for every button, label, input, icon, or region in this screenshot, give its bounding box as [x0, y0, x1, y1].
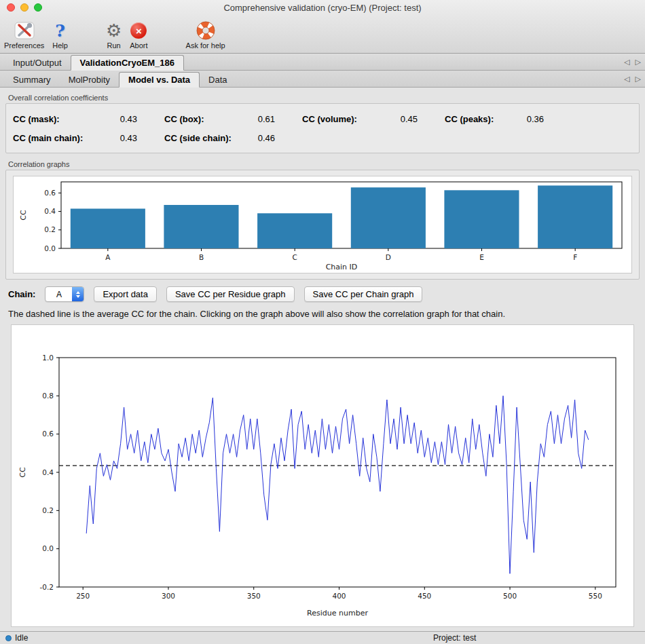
svg-text:300: 300: [162, 592, 175, 600]
cc-side-chain-value: 0.46: [242, 133, 275, 143]
cc-per-chain-chart[interactable]: 0.00.20.40.6ABCDEFChain IDCC: [14, 176, 630, 273]
tab-data[interactable]: Data: [200, 73, 236, 87]
tab-pager-right-icon[interactable]: ▷: [635, 58, 641, 67]
svg-text:CC: CC: [18, 467, 27, 478]
zoom-button[interactable]: [34, 3, 42, 12]
sub-tab-pager: ◁ ▷: [624, 71, 641, 87]
chain-select[interactable]: A: [45, 286, 84, 302]
svg-text:0.0: 0.0: [42, 544, 54, 552]
svg-text:F: F: [573, 253, 577, 261]
tab-validationcryoem-186[interactable]: ValidationCryoEM_186: [71, 55, 184, 71]
tab-input-output[interactable]: Input/Output: [4, 56, 71, 70]
svg-text:0.0: 0.0: [44, 244, 56, 252]
sub-tab-pager-right-icon[interactable]: ▷: [635, 75, 641, 83]
svg-text:0.2: 0.2: [42, 506, 54, 514]
lifering-icon: [196, 20, 215, 41]
preferences-button[interactable]: Preferences: [4, 20, 44, 50]
main-tab-bar: Input/Output ValidationCryoEM_186 ◁ ▷: [0, 54, 645, 71]
cc-peaks-label: CC (peaks):: [445, 114, 511, 124]
ask-for-help-label: Ask for help: [186, 41, 225, 50]
cc-main-chain-value: 0.43: [105, 133, 137, 143]
abort-x-icon: ×: [130, 20, 147, 41]
cc-row-2: CC (main chain): 0.43 CC (side chain): 0…: [13, 128, 632, 147]
project-label: Project: test: [433, 633, 476, 643]
svg-text:0.6: 0.6: [42, 430, 54, 438]
cc-per-residue-panel: -0.20.00.20.40.60.81.0250300350400450500…: [11, 324, 634, 627]
status-bar: Idle Project: test: [0, 631, 645, 644]
cc-row-1: CC (mask): 0.43 CC (box): 0.61 CC (volum…: [13, 109, 632, 128]
svg-text:550: 550: [589, 592, 602, 600]
tab-molprobity[interactable]: MolProbity: [60, 73, 119, 87]
chain-select-value: A: [45, 287, 72, 301]
model-vs-data-panel: Overall correlation coefficients CC (mas…: [0, 88, 645, 627]
correlation-graphs-box: 0.00.20.40.6ABCDEFChain IDCC: [5, 170, 640, 280]
save-cc-per-residue-button[interactable]: Save CC per Residue graph: [166, 286, 295, 302]
svg-text:D: D: [386, 253, 391, 261]
tab-summary[interactable]: Summary: [4, 73, 60, 87]
svg-text:500: 500: [503, 592, 517, 600]
cc-volume-value: 0.45: [385, 114, 418, 124]
svg-text:Residue number: Residue number: [307, 609, 368, 618]
toolbar: Preferences ? Help ⚙ Run × Abort: [0, 15, 645, 53]
svg-text:0.2: 0.2: [44, 225, 56, 233]
cc-box-label: CC (box):: [164, 114, 242, 124]
save-cc-per-chain-button[interactable]: Save CC per Chain graph: [304, 286, 423, 302]
cc-main-chain-label: CC (main chain):: [13, 133, 105, 143]
run-gear-icon: ⚙: [106, 20, 122, 41]
help-label: Help: [52, 41, 68, 50]
ask-for-help-button[interactable]: Ask for help: [186, 20, 225, 50]
sub-tab-pager-left-icon[interactable]: ◁: [624, 75, 629, 83]
abort-button[interactable]: × Abort: [130, 20, 147, 50]
svg-text:-0.2: -0.2: [40, 583, 54, 591]
status-text: Idle: [15, 633, 28, 643]
abort-label: Abort: [130, 41, 147, 50]
cc-mask-label: CC (mask):: [13, 114, 105, 124]
svg-text:E: E: [479, 253, 484, 261]
cc-per-residue-chart: -0.20.00.20.40.60.81.0250300350400450500…: [12, 325, 631, 624]
tab-model-vs-data[interactable]: Model vs. Data: [119, 72, 200, 88]
preferences-tools-icon: [14, 20, 35, 41]
preferences-label: Preferences: [4, 41, 44, 50]
help-question-icon: ?: [55, 20, 65, 41]
svg-text:350: 350: [247, 592, 261, 600]
chain-controls-row: Chain: A Export data Save CC per Residue…: [8, 286, 637, 302]
close-button[interactable]: [7, 3, 15, 12]
cc-side-chain-label: CC (side chain):: [164, 133, 242, 143]
svg-text:0.4: 0.4: [42, 468, 54, 476]
cc-box-value: 0.61: [242, 114, 275, 124]
cc-per-chain-panel: 0.00.20.40.6ABCDEFChain IDCC: [13, 176, 632, 273]
svg-text:CC: CC: [19, 210, 28, 221]
chain-label: Chain:: [8, 289, 35, 299]
overall-cc-section-label: Overall correlation coefficients: [8, 94, 645, 102]
svg-text:B: B: [199, 253, 204, 261]
svg-text:C: C: [292, 253, 297, 261]
help-button[interactable]: ? Help: [52, 20, 68, 50]
svg-text:0.6: 0.6: [44, 189, 56, 197]
run-label: Run: [107, 41, 121, 50]
correlation-graphs-section-label: Correlation graphs: [8, 160, 645, 168]
chain-select-stepper-icon: [72, 287, 84, 301]
tab-pager: ◁ ▷: [624, 54, 641, 70]
svg-text:1.0: 1.0: [42, 354, 54, 362]
overall-cc-box: CC (mask): 0.43 CC (box): 0.61 CC (volum…: [5, 103, 640, 153]
svg-text:0.4: 0.4: [44, 207, 56, 215]
cc-peaks-value: 0.36: [511, 114, 544, 124]
svg-text:Chain ID: Chain ID: [326, 263, 358, 271]
svg-text:0.8: 0.8: [42, 392, 54, 400]
svg-text:400: 400: [332, 592, 346, 600]
chain-help-text: The dashed line is the average CC for th…: [8, 309, 637, 319]
svg-text:A: A: [105, 253, 111, 261]
cc-mask-value: 0.43: [105, 114, 137, 124]
run-button[interactable]: ⚙ Run: [106, 20, 122, 50]
title-bar: Comprehensive validation (cryo-EM) (Proj…: [0, 0, 645, 15]
cc-volume-label: CC (volume):: [302, 114, 385, 124]
tab-pager-left-icon[interactable]: ◁: [624, 58, 629, 67]
export-data-button[interactable]: Export data: [94, 286, 157, 302]
status-indicator-dot: [5, 635, 12, 641]
svg-text:250: 250: [76, 592, 90, 600]
window-title: Comprehensive validation (cryo-EM) (Proj…: [223, 3, 421, 13]
sub-tab-bar: Summary MolProbity Model vs. Data Data ◁…: [0, 71, 645, 88]
minimize-button[interactable]: [20, 3, 29, 12]
window-header: Comprehensive validation (cryo-EM) (Proj…: [0, 0, 645, 54]
svg-text:450: 450: [418, 592, 431, 600]
